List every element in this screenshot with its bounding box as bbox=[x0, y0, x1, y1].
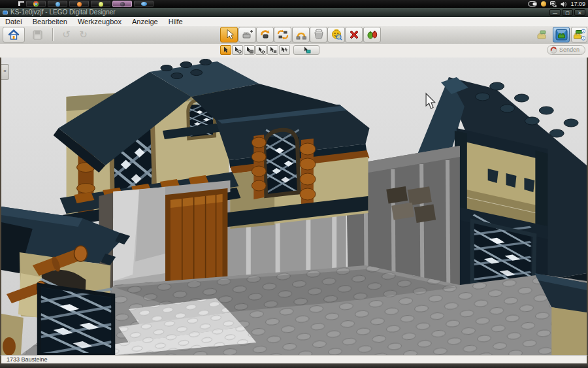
minifig-head-magnifier-icon bbox=[331, 29, 342, 41]
tool-hinge-align-button[interactable] bbox=[274, 27, 291, 42]
select-shape-button[interactable] bbox=[255, 45, 267, 55]
taskbar-app-blue[interactable] bbox=[48, 1, 67, 7]
minimize-button[interactable]: — bbox=[549, 9, 561, 16]
drag-select-icon bbox=[301, 46, 312, 54]
home-button[interactable] bbox=[3, 27, 25, 42]
window-titlebar[interactable]: KS-1e0jvzjf - LEGO Digital Designer — ▢ … bbox=[0, 8, 588, 18]
close-button[interactable]: ✕ bbox=[574, 9, 585, 16]
select-color-shape-button[interactable] bbox=[267, 45, 278, 55]
select-multi-button[interactable] bbox=[279, 45, 290, 55]
undo-icon: ↺ bbox=[62, 27, 71, 42]
purple-app-active-icon bbox=[120, 2, 125, 7]
palette-expand-button[interactable]: » bbox=[1, 64, 9, 80]
toolbar-separator bbox=[52, 28, 54, 41]
select-connected-button[interactable] bbox=[232, 45, 243, 55]
building-guide-mode-button[interactable]: 2 1 bbox=[571, 27, 587, 42]
select-multi-icon bbox=[280, 46, 289, 54]
view-mode-icon bbox=[555, 29, 568, 41]
flex-tool-icon bbox=[295, 29, 307, 41]
taskbar-app-yellow[interactable] bbox=[91, 1, 110, 7]
system-tray: 17:09 bbox=[528, 0, 585, 8]
tool-hide-button[interactable] bbox=[327, 27, 345, 42]
build-mode-button[interactable] bbox=[533, 27, 551, 42]
select-color-button[interactable] bbox=[244, 45, 255, 55]
select-color-shape-icon bbox=[269, 46, 277, 54]
window-title: KS-1e0jvzjf - LEGO Digital Designer bbox=[10, 8, 116, 16]
menu-anzeige[interactable]: Anzeige bbox=[127, 17, 163, 26]
window-bottom-edge bbox=[0, 363, 588, 368]
select-cursor-icon bbox=[224, 29, 235, 41]
chrome-icon bbox=[33, 1, 39, 7]
sub-toolbar: Senden bbox=[0, 44, 588, 58]
select-connected-icon bbox=[234, 46, 242, 54]
firefox-icon bbox=[77, 2, 82, 7]
tool-clone-button[interactable] bbox=[238, 27, 256, 42]
maximize-button[interactable]: ▢ bbox=[562, 9, 573, 16]
delete-x-icon bbox=[348, 29, 360, 41]
taskbar-app-chrome[interactable] bbox=[26, 1, 46, 7]
input-toggle-icon[interactable] bbox=[528, 1, 537, 7]
send-button-label: Senden bbox=[559, 46, 580, 54]
select-color-icon bbox=[246, 46, 253, 54]
tool-color-picker-button[interactable] bbox=[363, 27, 381, 42]
clone-brick-icon bbox=[242, 29, 253, 40]
blue-circle-app-icon bbox=[56, 2, 60, 7]
3d-viewport-scene[interactable] bbox=[1, 58, 587, 355]
brick-count: 1733 Bausteine bbox=[7, 356, 48, 363]
select-single-icon bbox=[223, 46, 229, 54]
volume-icon[interactable] bbox=[561, 1, 566, 7]
blue-oval-app-icon bbox=[141, 2, 147, 6]
hinge-rotate-icon bbox=[259, 29, 271, 41]
taskbar-clock[interactable]: 17:09 bbox=[570, 0, 585, 8]
save-floppy-icon bbox=[33, 30, 42, 40]
tool-select-button[interactable] bbox=[220, 27, 238, 42]
redo-icon: ↻ bbox=[79, 27, 88, 42]
building-guide-icon: 2 1 bbox=[573, 29, 585, 41]
select-shape-icon bbox=[257, 46, 265, 54]
main-toolbar: ↺ ↻ bbox=[0, 26, 588, 44]
send-button[interactable]: Senden bbox=[547, 45, 585, 55]
show-desktop-arrow-icon[interactable] bbox=[17, 1, 25, 7]
taskbar-app-active[interactable] bbox=[112, 1, 132, 7]
tool-delete-button[interactable] bbox=[345, 27, 363, 42]
menubar: Datei Bearbeiten Werkzeugbox Anzeige Hil… bbox=[0, 17, 588, 27]
tool-hinge-button[interactable] bbox=[256, 27, 274, 42]
yellow-green-app-icon bbox=[99, 2, 103, 7]
tool-paint-button[interactable] bbox=[310, 27, 327, 42]
menu-hilfe[interactable]: Hilfe bbox=[163, 17, 188, 26]
hinge-align-icon bbox=[277, 29, 289, 41]
taskbar-app-firefox[interactable] bbox=[69, 1, 89, 7]
view-mode-button[interactable] bbox=[553, 27, 570, 42]
desktop-screen: 17:09 KS-1e0jvzjf - LEGO Digital Designe… bbox=[0, 0, 588, 368]
undo-button[interactable]: ↺ bbox=[57, 27, 75, 42]
menu-werkzeugbox[interactable]: Werkzeugbox bbox=[73, 17, 127, 26]
statusbar: 1733 Bausteine bbox=[0, 355, 588, 363]
home-icon bbox=[7, 29, 20, 41]
color-picker-icon bbox=[367, 29, 378, 41]
build-mode-icon bbox=[536, 29, 548, 41]
menu-bearbeiten[interactable]: Bearbeiten bbox=[27, 17, 73, 26]
send-orb-icon bbox=[550, 46, 557, 54]
taskbar-app-blue-oval[interactable] bbox=[134, 1, 154, 7]
select-single-button[interactable] bbox=[220, 45, 231, 55]
drag-select-button[interactable] bbox=[293, 45, 319, 55]
redo-button[interactable]: ↻ bbox=[74, 27, 92, 42]
tool-flex-button[interactable] bbox=[292, 27, 310, 42]
orange-status-icon[interactable] bbox=[541, 1, 546, 7]
viewport[interactable]: » bbox=[0, 58, 588, 355]
save-button[interactable] bbox=[27, 27, 47, 42]
network-icon[interactable] bbox=[550, 1, 557, 7]
paint-bucket-icon bbox=[313, 29, 325, 41]
menu-datei[interactable]: Datei bbox=[0, 17, 27, 26]
chevron-right-icon: » bbox=[3, 68, 6, 74]
bay-window[interactable] bbox=[208, 105, 370, 230]
ldd-app-icon bbox=[3, 10, 8, 15]
